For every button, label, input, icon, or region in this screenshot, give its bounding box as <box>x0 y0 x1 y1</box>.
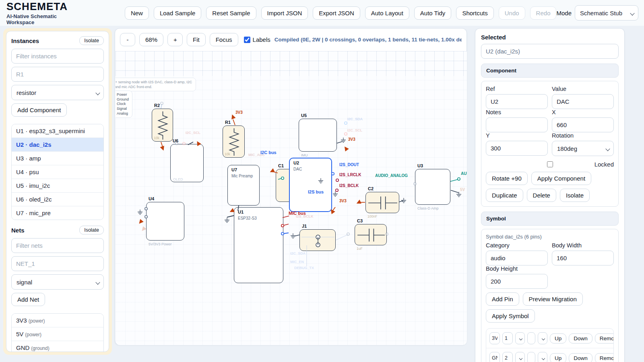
zoom-level-button[interactable]: 68% <box>139 33 163 46</box>
legend-entry-signal: Signal <box>117 107 129 111</box>
toolbar-button-export-json[interactable]: Export JSON <box>313 6 360 20</box>
net-label-debug-tx: DEBUG_TX <box>294 266 314 270</box>
value-input[interactable] <box>552 94 614 109</box>
mode-select[interactable]: Schematic Stub <box>575 5 638 21</box>
component-type-select-wrap: resistor <box>11 85 104 100</box>
pin-name-input[interactable] <box>489 332 500 344</box>
instance-item[interactable]: U5 · imu_i2c <box>12 179 103 193</box>
nets-isolate-button[interactable]: Isolate <box>79 226 104 234</box>
net-item[interactable]: 5V(power) <box>12 327 103 341</box>
pin-down-button[interactable]: Down <box>569 333 592 343</box>
isolate-button[interactable]: Isolate <box>560 189 590 202</box>
component-ref: J1 <box>302 224 307 228</box>
instance-item[interactable]: U3 · amp <box>12 152 103 165</box>
pin-kind-select[interactable] <box>538 332 547 344</box>
toolbar-button-import-json[interactable]: Import JSON <box>261 6 308 20</box>
component-u2[interactable]: U2DAC <box>289 158 332 212</box>
component-c3[interactable]: C31uF <box>355 224 387 245</box>
net-item[interactable]: GND(ground) <box>12 341 103 352</box>
add-net-button[interactable]: Add Net <box>11 293 45 306</box>
add-component-button[interactable]: Add Component <box>11 103 67 117</box>
labels-checkbox[interactable] <box>244 37 250 43</box>
selected-value-input[interactable] <box>481 44 619 59</box>
component-u6[interactable]: U6OLED <box>170 144 204 182</box>
apply-component-button[interactable]: Apply Component <box>531 172 591 185</box>
component-type-select[interactable]: resistor <box>11 85 104 100</box>
component-section-header: Component <box>481 64 619 78</box>
instance-item[interactable]: U1 · esp32_s3_supermini <box>12 124 103 138</box>
pin-side-select[interactable] <box>515 352 525 362</box>
component-u1[interactable]: U1ESP32-S3 <box>234 207 283 283</box>
power-flag-icon <box>160 146 165 151</box>
toolbar-button-new[interactable]: New <box>125 6 149 20</box>
pin-number-input[interactable] <box>502 332 513 344</box>
ground-symbol-icon <box>138 210 142 214</box>
component-u5[interactable]: U5IMU <box>299 119 337 152</box>
toolbar-button-load-sample[interactable]: Load Sample <box>154 6 201 20</box>
instance-item[interactable]: U2 · dac_i2s <box>12 138 103 152</box>
instance-item[interactable]: U7 · mic_pre <box>12 206 103 220</box>
net-label-i2s-bclk: I2S_BCLK <box>339 183 359 188</box>
notes-input[interactable] <box>486 117 548 132</box>
toolbar-button-undo[interactable]: Undo <box>499 6 525 20</box>
pin-name-input[interactable] <box>489 352 500 362</box>
component-r1[interactable]: R110k <box>223 125 245 158</box>
rotation-select[interactable]: 180deg <box>552 141 614 156</box>
pin-up-button[interactable]: Up <box>550 353 566 362</box>
add-pin-button[interactable]: Add Pin <box>486 292 519 306</box>
pin-kind-select[interactable] <box>538 352 547 362</box>
instances-isolate-button[interactable]: Isolate <box>79 36 104 45</box>
pin-down-button[interactable]: Down <box>569 353 592 362</box>
pin-offset-input[interactable] <box>527 352 535 362</box>
preview-migration-button[interactable]: Preview Migration <box>523 292 583 306</box>
instance-item[interactable]: U6 · oled_i2c <box>12 193 103 206</box>
schematic-canvas[interactable]: Smart audio + sensing node with I2S DAC,… <box>116 51 467 345</box>
toolbar-button-auto-tidy[interactable]: Auto Tidy <box>414 6 452 20</box>
y-input[interactable] <box>486 141 548 156</box>
component-u3[interactable]: U3Class-D Amp <box>415 169 450 205</box>
pin-side-select[interactable] <box>515 332 525 344</box>
net-item[interactable]: 3V3(power) <box>12 314 103 327</box>
component-ref: U5 <box>301 113 307 118</box>
capacitor-symbol-icon <box>366 192 400 214</box>
rotate-90-button[interactable]: Rotate +90 <box>486 172 528 185</box>
toolbar-button-auto-layout[interactable]: Auto Layout <box>365 6 409 20</box>
component-ref: U1 <box>238 210 244 214</box>
pin-remove-button[interactable]: Remove <box>595 333 614 343</box>
nets-filter-input[interactable] <box>11 238 104 253</box>
pin-icon <box>347 233 349 235</box>
apply-symbol-button[interactable]: Apply Symbol <box>486 309 535 323</box>
fit-button[interactable]: Fit <box>187 33 206 46</box>
zoom-out-button[interactable]: - <box>120 33 135 46</box>
focus-button[interactable]: Focus <box>210 33 238 46</box>
category-input[interactable] <box>486 251 548 265</box>
pin-remove-button[interactable]: Remove <box>595 353 614 362</box>
delete-button[interactable]: Delete <box>527 189 556 202</box>
symbol-summary: Symbol dac_i2s (6 pins) <box>486 234 614 240</box>
toolbar-button-reset-sample[interactable]: Reset Sample <box>206 6 256 20</box>
component-u4[interactable]: U45V/3V3 Power <box>146 202 184 241</box>
pin-offset-input[interactable] <box>527 332 535 344</box>
ground-symbol-icon <box>401 198 406 203</box>
ref-input[interactable] <box>486 94 548 109</box>
new-component-ref-input[interactable] <box>11 67 104 82</box>
duplicate-button[interactable]: Duplicate <box>486 189 523 202</box>
new-net-name-input[interactable] <box>11 256 104 271</box>
value-label: Value <box>552 86 614 92</box>
toolbar-button-shortcuts[interactable]: Shortcuts <box>456 6 493 20</box>
pin-up-button[interactable]: Up <box>550 333 566 343</box>
net-type-select[interactable]: signal <box>11 274 104 290</box>
component-c2[interactable]: C2100nF <box>365 192 399 213</box>
instance-item[interactable]: U4 · psu <box>12 165 103 179</box>
component-r2[interactable]: R210k <box>152 109 173 142</box>
component-u7[interactable]: U7Mic Preamp <box>227 165 260 206</box>
pin-number-input[interactable] <box>502 352 513 362</box>
zoom-in-button[interactable]: + <box>167 33 183 46</box>
body-width-input[interactable] <box>552 251 614 265</box>
x-input[interactable] <box>552 117 614 132</box>
component-j1[interactable]: J1 <box>299 229 336 251</box>
toolbar-button-redo[interactable]: Redo <box>530 6 557 20</box>
instances-filter-input[interactable] <box>11 49 104 64</box>
locked-checkbox[interactable] <box>547 161 553 167</box>
body-height-input[interactable] <box>486 274 548 289</box>
